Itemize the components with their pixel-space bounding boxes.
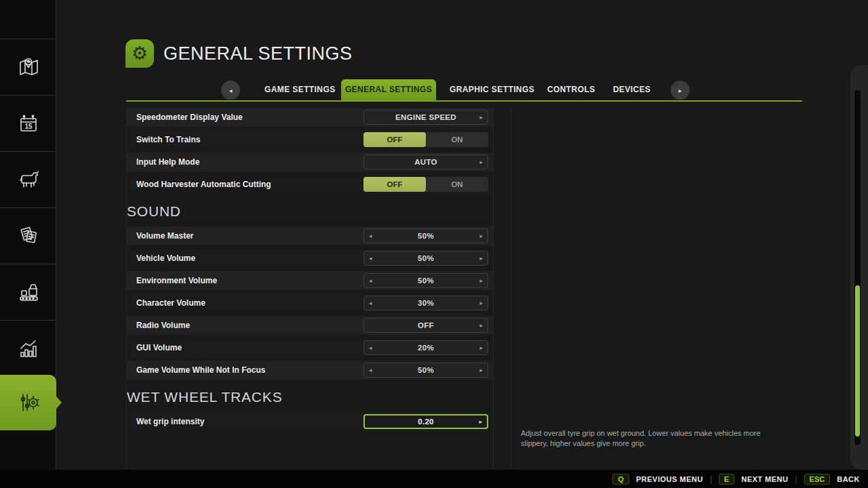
- settings-icon: [15, 389, 42, 416]
- gear-icon: ⚙: [132, 43, 148, 64]
- setting-label: Input Help Mode: [136, 152, 199, 171]
- setting-value: 20%: [364, 341, 488, 354]
- setting-value: OFF: [364, 319, 488, 332]
- setting-label: Environment Volume: [136, 271, 217, 290]
- tabs-prev-button[interactable]: ◂: [221, 81, 240, 100]
- toggle-option-on[interactable]: ON: [426, 177, 488, 192]
- toggle-control: OFFON: [363, 132, 488, 147]
- stepper-right-arrow[interactable]: ▸: [479, 155, 483, 169]
- stepper-control[interactable]: ◂20%▸: [363, 340, 488, 355]
- tab-graphic-settings[interactable]: GRAPHIC SETTINGS: [450, 79, 524, 100]
- setting-label: Volume Master: [136, 226, 193, 245]
- select-control[interactable]: AUTO▸: [363, 155, 488, 169]
- setting-label: Wet grip intensity: [136, 412, 204, 431]
- stepper-control[interactable]: OFF▸: [363, 318, 488, 333]
- stepper-control[interactable]: 0.20▸: [363, 414, 488, 429]
- settings-list: Speedometer Display ValueENGINE SPEED▸Sw…: [126, 108, 494, 469]
- stepper-control[interactable]: ◂50%▸: [363, 228, 488, 243]
- page-title: GENERAL SETTINGS: [163, 43, 353, 64]
- sidebar: 15: [0, 0, 56, 470]
- select-control[interactable]: ENGINE SPEED▸: [363, 110, 488, 125]
- tab-game-settings[interactable]: GAME SETTINGS: [264, 79, 328, 100]
- setting-value: ENGINE SPEED: [364, 110, 488, 124]
- tab-general-settings[interactable]: GENERAL SETTINGS: [341, 79, 436, 100]
- key-badge-e: E: [719, 474, 734, 485]
- stepper-right-arrow[interactable]: ▸: [479, 110, 483, 124]
- setting-row: Volume Master◂50%▸: [127, 226, 493, 245]
- page-icon-gear: ⚙: [125, 39, 154, 68]
- contracts-icon: [15, 222, 42, 249]
- stepper-right-arrow[interactable]: ▸: [479, 229, 483, 243]
- stepper-right-arrow[interactable]: ▸: [479, 341, 483, 354]
- footer-separator: |: [710, 474, 712, 484]
- stepper-right-arrow[interactable]: ▸: [479, 415, 482, 428]
- svg-text:15: 15: [24, 123, 33, 130]
- setting-row: Speedometer Display ValueENGINE SPEED▸: [127, 108, 493, 127]
- chevron-right-icon: ▸: [678, 87, 682, 94]
- sidebar-item-animals[interactable]: [0, 151, 56, 207]
- active-tab-pointer: [56, 396, 62, 409]
- section-title: WET WHEEL TRACKS: [127, 383, 493, 412]
- stepper-control[interactable]: ◂50%▸: [363, 251, 488, 266]
- sidebar-item-statistics[interactable]: [0, 320, 56, 376]
- key-badge-q: Q: [612, 474, 629, 485]
- footer-previous-menu[interactable]: PREVIOUS MENU: [636, 475, 703, 483]
- tabs-next-button[interactable]: ▸: [671, 81, 690, 100]
- setting-label: Radio Volume: [136, 316, 190, 335]
- tab-devices[interactable]: DEVICES: [613, 79, 646, 100]
- sidebar-item-settings[interactable]: [0, 375, 56, 430]
- stepper-right-arrow[interactable]: ▸: [479, 319, 483, 332]
- setting-value: 0.20: [365, 415, 487, 428]
- sidebar-item-production[interactable]: [0, 264, 56, 320]
- setting-label: Wood Harvester Automatic Cutting: [136, 175, 271, 194]
- stepper-control[interactable]: ◂50%▸: [363, 273, 488, 288]
- setting-row: Wood Harvester Automatic CuttingOFFON: [127, 175, 493, 194]
- setting-row: Switch To TrainsOFFON: [127, 130, 493, 149]
- stepper-right-arrow[interactable]: ▸: [479, 251, 483, 265]
- setting-row: Game Volume While Not In Focus◂50%▸: [127, 361, 493, 380]
- setting-value: 30%: [364, 296, 488, 310]
- setting-value: AUTO: [364, 155, 488, 169]
- setting-row: Wet grip intensity0.20▸: [127, 412, 493, 431]
- setting-value: 50%: [364, 229, 488, 243]
- stepper-control[interactable]: ◂30%▸: [363, 296, 488, 310]
- footer-next-menu[interactable]: NEXT MENU: [741, 475, 788, 483]
- toggle-control: OFFON: [363, 177, 488, 192]
- chevron-left-icon: ◂: [229, 87, 232, 94]
- tab-underline: [126, 100, 802, 102]
- setting-label: Character Volume: [136, 293, 205, 312]
- stepper-control[interactable]: ◂50%▸: [363, 363, 488, 378]
- footer-bar: Q PREVIOUS MENU | E NEXT MENU | ESC BACK: [0, 470, 868, 488]
- setting-value: 50%: [364, 251, 488, 265]
- setting-row: Character Volume◂30%▸: [127, 293, 493, 312]
- map-icon: [15, 54, 42, 81]
- setting-label: Vehicle Volume: [136, 249, 195, 268]
- footer-separator: |: [795, 474, 797, 484]
- toggle-option-on[interactable]: ON: [426, 132, 488, 147]
- stepper-right-arrow[interactable]: ▸: [479, 363, 483, 377]
- sidebar-item-contracts[interactable]: [0, 207, 56, 264]
- setting-row: GUI Volume◂20%▸: [127, 338, 493, 357]
- key-badge-esc: ESC: [804, 474, 831, 485]
- sidebar-item-map[interactable]: [0, 39, 56, 95]
- panel-divider: [511, 108, 511, 469]
- toggle-option-off[interactable]: OFF: [363, 132, 426, 147]
- stepper-right-arrow[interactable]: ▸: [479, 296, 483, 310]
- setting-value: 50%: [364, 274, 488, 287]
- statistics-icon: [15, 335, 42, 362]
- setting-label: Game Volume While Not In Focus: [136, 361, 265, 380]
- calendar-icon: 15: [15, 110, 42, 137]
- setting-row: Radio VolumeOFF▸: [127, 316, 493, 335]
- setting-label: Speedometer Display Value: [136, 108, 243, 127]
- footer-back[interactable]: BACK: [837, 475, 860, 483]
- tab-bar: ◂ GAME SETTINGS GENERAL SETTINGS GRAPHIC…: [126, 79, 802, 100]
- setting-label: Switch To Trains: [136, 130, 200, 149]
- setting-row: Environment Volume◂50%▸: [127, 271, 493, 290]
- section-title: SOUND: [127, 197, 493, 226]
- toggle-option-off[interactable]: OFF: [363, 177, 426, 192]
- tab-controls[interactable]: CONTROLS: [547, 79, 591, 100]
- stepper-right-arrow[interactable]: ▸: [479, 274, 483, 287]
- scrollbar-thumb[interactable]: [855, 285, 860, 436]
- sidebar-item-calendar[interactable]: 15: [0, 95, 56, 151]
- setting-row: Vehicle Volume◂50%▸: [127, 249, 493, 268]
